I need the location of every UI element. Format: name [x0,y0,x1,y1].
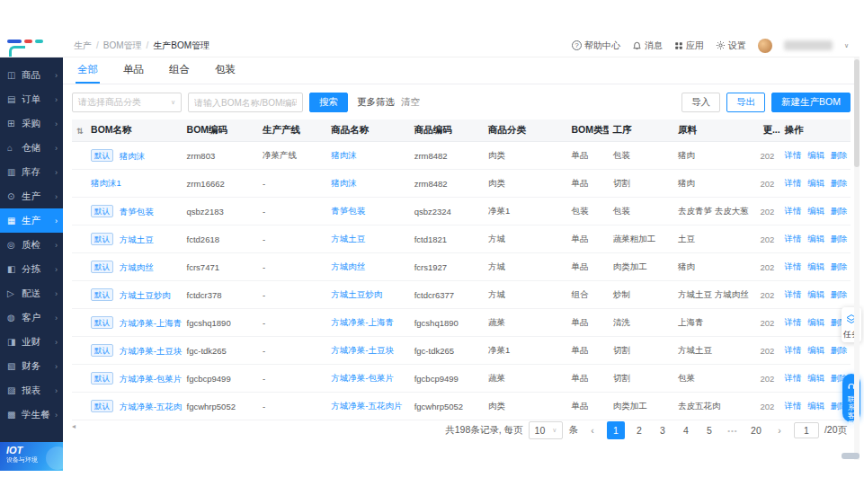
tab[interactable]: 组合 [167,63,192,84]
edit-link[interactable]: 编辑 [807,234,824,243]
sidebar-item[interactable]: ⊙ 生产 › [0,184,63,208]
sidebar-item[interactable]: ▨ 报表 › [0,378,63,402]
page-number-button[interactable]: 3 [654,421,672,439]
sidebar-item[interactable]: ▤ 订单 › [0,87,63,111]
bom-name-link[interactable]: 猪肉沫 [120,151,146,161]
edit-link[interactable]: 编辑 [807,317,824,327]
tab[interactable]: 包装 [213,63,237,84]
help-center-button[interactable]: ? 帮助中心 [572,40,620,52]
next-page-button[interactable]: › [770,421,788,439]
sidebar-item[interactable]: ▥ 库存 › [0,160,63,184]
avatar[interactable] [758,39,772,53]
delete-link[interactable]: 删除 [831,345,848,355]
edit-link[interactable]: 编辑 [807,261,824,271]
horizontal-scrollbar-thumb[interactable] [842,453,860,459]
search-button[interactable]: 搜索 [309,93,348,112]
page-size-select[interactable]: 10 ∨ [529,421,564,439]
breadcrumb-item-bom[interactable]: BOM管理 [103,40,142,52]
product-name-link[interactable]: 方城肉丝 [331,261,365,271]
edit-link[interactable]: 编辑 [807,289,824,299]
edit-link[interactable]: 编辑 [807,206,824,216]
edit-link[interactable]: 编辑 [807,401,824,411]
clear-filters-link[interactable]: 清空 [401,96,420,109]
bom-name-link[interactable]: 方城土豆 [120,234,154,244]
sidebar-item[interactable]: ⊞ 采购 › [0,111,63,136]
sidebar-item[interactable]: ◫ 商品 › [0,63,63,87]
product-name-link[interactable]: 方城净菜-土豆块 [331,345,394,355]
import-button[interactable]: 导入 [681,93,720,112]
edit-link[interactable]: 编辑 [807,373,824,383]
page-number-button[interactable]: 2 [630,421,648,439]
page-number-button[interactable]: 1 [607,421,625,439]
page-jump-input[interactable] [794,422,819,438]
bom-name-link[interactable]: 方城土豆炒肉 [120,290,171,300]
tab[interactable]: 全部 [76,63,100,84]
sidebar-item[interactable]: ◍ 客户 › [0,305,63,330]
sidebar-item[interactable]: ▷ 配送 › [0,281,63,305]
page-number-button[interactable]: 4 [677,421,695,439]
page-number-button[interactable]: ••• [724,421,742,439]
sidebar-item[interactable]: ◎ 质检 › [0,233,63,257]
settings-button[interactable]: 设置 [716,40,746,52]
sidebar-item[interactable]: ▧ 财务 › [0,354,63,378]
product-name-link[interactable]: 方城净菜-上海青 [331,317,394,327]
product-name-link[interactable]: 方城净菜-包菜片 [331,373,394,383]
messages-button[interactable]: 消息 [632,40,663,52]
column-settings-icon[interactable]: ⇅ [76,127,84,136]
bom-name-link[interactable]: 方城净菜-土豆块 [120,346,183,356]
sidebar-item[interactable]: ▩ 学生餐 › [0,402,63,427]
chevron-down-icon[interactable]: ∨ [844,42,849,49]
edit-link[interactable]: 编辑 [807,178,824,188]
delete-link[interactable]: 删除 [831,261,848,271]
bom-name-link[interactable]: 猪肉沫1 [91,178,121,188]
product-name-link[interactable]: 方城净菜-五花肉片 [331,401,402,411]
product-name-link[interactable]: 猪肉沫 [331,178,357,188]
bom-name-link[interactable]: 青笋包装 [120,207,154,217]
product-name-link[interactable]: 方城土豆炒肉 [331,289,382,299]
detail-link[interactable]: 详情 [785,206,802,216]
breadcrumb-item-production[interactable]: 生产 [74,40,92,52]
product-name-link[interactable]: 猪肉沫 [331,150,357,160]
edit-link[interactable]: 编辑 [807,150,824,160]
user-name-redacted[interactable] [784,40,833,50]
sidebar-item[interactable]: ◨ 业财 › [0,330,63,354]
more-filters-link[interactable]: 更多筛选 [357,96,395,109]
detail-link[interactable]: 详情 [785,345,802,355]
bom-keyword-input[interactable] [188,93,303,112]
bom-name-link[interactable]: 方城净菜-包菜片 [120,374,183,384]
delete-link[interactable]: 删除 [831,206,848,216]
delete-link[interactable]: 删除 [831,234,848,243]
prev-page-button[interactable]: ‹ [583,421,601,439]
category-select[interactable]: 请选择商品分类 ∨ [72,93,182,112]
page-number-button[interactable]: 20 [747,421,765,439]
detail-link[interactable]: 详情 [785,261,802,271]
sidebar-item-label: 分拣 [22,263,40,276]
export-button[interactable]: 导出 [726,93,765,112]
create-bom-button[interactable]: 新建生产BOM [771,93,851,112]
delete-link[interactable]: 删除 [831,178,848,188]
tab[interactable]: 单品 [121,63,146,84]
sidebar-item[interactable]: ◧ 分拣 › [0,257,63,281]
vertical-scrollbar-thumb[interactable] [854,59,860,167]
delete-link[interactable]: 删除 [831,289,848,299]
detail-link[interactable]: 详情 [785,234,802,243]
product-name-link[interactable]: 方城土豆 [331,234,365,243]
bom-name-link[interactable]: 方城净菜-上海青 [120,318,183,328]
page-number-button[interactable]: 5 [700,421,718,439]
product-name-link[interactable]: 青笋包装 [331,206,365,216]
detail-link[interactable]: 详情 [785,150,802,160]
detail-link[interactable]: 详情 [785,401,802,411]
detail-link[interactable]: 详情 [785,178,802,188]
detail-link[interactable]: 详情 [785,289,802,299]
edit-link[interactable]: 编辑 [807,345,824,355]
bom-name-link[interactable]: 方城净菜-五花肉片 [120,402,183,411]
bom-name-link[interactable]: 方城肉丝 [120,262,154,272]
delete-link[interactable]: 删除 [831,150,848,160]
detail-link[interactable]: 详情 [785,373,802,383]
sidebar-item[interactable]: ⌂ 仓储 › [0,136,63,160]
app-logo[interactable] [0,34,63,57]
iot-banner[interactable]: IOT 设备与环境 [0,442,63,471]
apps-button[interactable]: 应用 [674,40,704,52]
sidebar-item[interactable]: ▦ 生产 › [0,208,63,233]
detail-link[interactable]: 详情 [785,317,802,327]
